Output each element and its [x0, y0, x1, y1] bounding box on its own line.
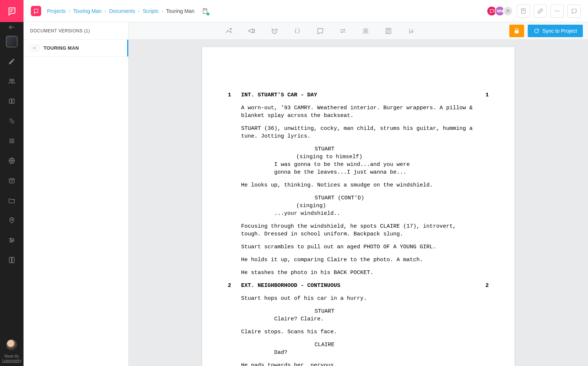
script-action[interactable]: Stuart scrambles to pull out an aged PHO… [241, 243, 476, 251]
image-icon[interactable] [225, 27, 233, 35]
app-rail: Made By Leanometry [0, 0, 24, 366]
svg-point-9 [11, 241, 12, 242]
scene-number: 1 [476, 91, 489, 99]
script-toolbar: Sync to Project [129, 22, 588, 40]
aperture-icon[interactable] [6, 155, 17, 166]
made-by-label: Made By [2, 354, 22, 359]
credits: Made By Leanometry [2, 354, 22, 363]
sliders-icon[interactable] [6, 235, 17, 246]
topbar: Projects › Touring Man › Documents › Scr… [24, 0, 588, 22]
versions-panel: DOCUMENT VERSIONS (1) v1 TOURING MAN [24, 22, 129, 366]
link-icon[interactable] [534, 4, 547, 18]
note-icon[interactable] [384, 27, 392, 35]
script-action[interactable]: Claire stops. Scans his face. [241, 328, 476, 336]
parenthetical-icon[interactable] [293, 27, 301, 35]
sync-button[interactable]: Sync to Project [528, 25, 583, 37]
project-thumb-icon[interactable] [6, 36, 17, 47]
svg-point-13 [557, 10, 557, 11]
book-icon[interactable] [6, 255, 17, 266]
people-icon[interactable] [6, 76, 17, 87]
flow-icon[interactable] [6, 116, 17, 127]
breadcrumb[interactable]: Touring Man [73, 8, 101, 14]
breadcrumb[interactable]: Projects [47, 8, 66, 14]
svg-point-12 [555, 10, 556, 11]
edit-icon[interactable] [6, 56, 17, 67]
dialogue-icon[interactable] [316, 27, 324, 35]
script-dialogue[interactable]: ...your windshield.. [241, 210, 410, 217]
script-area[interactable]: 1INT. STUART'S CAR - DAY1A worn-out, '93… [129, 40, 588, 366]
scene-number: 2 [476, 282, 489, 289]
script-dialogue[interactable]: Claire? Claire. [241, 315, 410, 323]
svg-point-7 [10, 238, 11, 239]
calendar-check-icon[interactable] [6, 175, 17, 186]
svg-rect-2 [9, 99, 11, 103]
breadcrumb[interactable]: Scripts [143, 8, 158, 14]
script-dialogue[interactable]: Dad? [241, 349, 410, 356]
version-badge: v1 [30, 45, 39, 51]
script-character[interactable]: STUART [241, 308, 489, 315]
lock-button[interactable] [509, 25, 524, 37]
script-page[interactable]: 1INT. STUART'S CAR - DAY1A worn-out, '93… [202, 47, 514, 366]
script-action[interactable]: STUART (36), unwitting, cocky, man child… [241, 125, 476, 140]
script-character[interactable]: STUART [241, 145, 489, 153]
svg-point-1 [12, 79, 14, 81]
renumber-icon[interactable] [407, 27, 415, 35]
more-icon[interactable] [551, 4, 564, 18]
scene-number: 1 [228, 91, 241, 99]
version-item[interactable]: v1 TOURING MAN [24, 40, 128, 57]
scene-heading-row[interactable]: 2EXT. NEIGHBORHOOD - CONTINUOUS2 [228, 282, 489, 289]
script-action[interactable]: He stashes the photo in his BACK POCKET. [241, 269, 476, 277]
script-action[interactable]: Stuart hops out of his car in a hurry. [241, 295, 476, 302]
chevron-right-icon: › [104, 8, 106, 14]
align-icon[interactable] [362, 27, 370, 35]
list-icon[interactable] [6, 135, 17, 146]
folder-icon[interactable] [6, 195, 17, 206]
svg-point-15 [230, 28, 232, 29]
add-user-icon[interactable] [503, 6, 513, 16]
svg-point-0 [10, 79, 11, 81]
location-icon[interactable] [6, 215, 17, 226]
script-dialogue[interactable]: I was gonna to be the wind...and you wer… [241, 161, 410, 176]
script-action[interactable]: A worn-out, '93 CAMRY. Weathered interio… [241, 104, 476, 120]
export-pdf-icon[interactable] [517, 4, 530, 18]
versions-header: DOCUMENT VERSIONS (1) [24, 22, 128, 40]
scene-number: 2 [228, 282, 241, 289]
svg-rect-3 [12, 99, 14, 103]
svg-point-6 [11, 219, 12, 220]
app-logo[interactable] [0, 0, 24, 22]
save-icon[interactable] [202, 8, 208, 14]
back-arrow-icon[interactable] [0, 22, 24, 32]
sync-label: Sync to Project [542, 28, 577, 34]
script-action[interactable]: He looks up, thinking. Notices a smudge … [241, 181, 476, 189]
scene-heading-row[interactable]: 1INT. STUART'S CAR - DAY1 [228, 91, 489, 99]
comments-icon[interactable] [567, 4, 581, 18]
collaborators: MN [489, 6, 513, 16]
columns-icon[interactable] [6, 96, 17, 107]
version-title: TOURING MAN [44, 45, 79, 51]
mask-icon[interactable] [270, 27, 279, 35]
script-paren[interactable]: (singing to himself) [241, 153, 489, 161]
script-action[interactable]: He holds it up, comparing Claire to the … [241, 256, 476, 264]
credit-name[interactable]: Leanometry [2, 359, 22, 363]
script-action[interactable]: He pads towards her, nervous. [241, 362, 476, 366]
script-paren[interactable]: (singing) [241, 202, 489, 210]
scene-heading[interactable]: INT. STUART'S CAR - DAY [241, 91, 476, 99]
chevron-right-icon: › [161, 8, 163, 14]
chat-icon[interactable] [31, 6, 41, 16]
megaphone-icon[interactable] [248, 27, 256, 35]
svg-point-8 [12, 240, 14, 241]
script-character[interactable]: STUART (CONT'D) [241, 194, 489, 202]
scene-heading[interactable]: EXT. NEIGHBORHOOD - CONTINUOUS [241, 282, 476, 289]
script-character[interactable]: CLAIRE [241, 341, 489, 349]
user-avatar[interactable] [6, 340, 17, 351]
script-action[interactable]: Focusing through the windshield, he spot… [241, 223, 476, 238]
svg-point-10 [507, 9, 508, 11]
transition-icon[interactable] [339, 27, 347, 35]
breadcrumb-current: Touring Man [166, 8, 194, 14]
chevron-right-icon: › [69, 8, 71, 14]
svg-point-14 [558, 10, 559, 11]
chevron-right-icon: › [138, 8, 140, 14]
svg-rect-5 [9, 178, 14, 183]
breadcrumb[interactable]: Documents [109, 8, 135, 14]
